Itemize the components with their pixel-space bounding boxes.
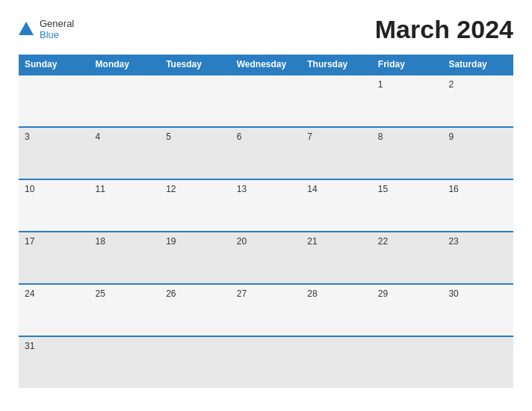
day-cell: 22 bbox=[372, 232, 443, 283]
day-number: 15 bbox=[378, 184, 437, 194]
day-number: 10 bbox=[25, 184, 84, 194]
day-cell bbox=[160, 337, 231, 388]
day-cell: 4 bbox=[90, 128, 161, 179]
day-cell: 7 bbox=[301, 128, 372, 179]
day-cell: 8 bbox=[372, 128, 443, 179]
week-row-1: 3456789 bbox=[19, 126, 513, 179]
day-cell: 5 bbox=[160, 128, 231, 179]
day-number: 22 bbox=[378, 236, 437, 247]
day-cell: 16 bbox=[442, 180, 513, 231]
day-header-saturday: Saturday bbox=[442, 55, 513, 74]
day-cell bbox=[231, 75, 302, 126]
day-number: 16 bbox=[448, 184, 507, 194]
day-number: 13 bbox=[237, 184, 296, 194]
day-cell: 6 bbox=[231, 128, 302, 179]
week-row-3: 17181920212223 bbox=[19, 231, 513, 283]
day-number: 24 bbox=[25, 288, 84, 299]
day-header-friday: Friday bbox=[372, 55, 443, 74]
day-cell: 27 bbox=[231, 285, 302, 336]
day-number: 19 bbox=[166, 236, 225, 247]
day-number: 2 bbox=[448, 79, 507, 90]
day-header-tuesday: Tuesday bbox=[160, 55, 231, 74]
day-cell: 24 bbox=[19, 285, 90, 336]
day-cell: 12 bbox=[160, 180, 231, 231]
calendar: SundayMondayTuesdayWednesdayThursdayFrid… bbox=[19, 55, 513, 400]
day-number: 4 bbox=[96, 132, 155, 142]
week-row-4: 24252627282930 bbox=[19, 283, 513, 336]
day-number: 25 bbox=[96, 288, 155, 299]
day-cell bbox=[301, 337, 372, 388]
day-number: 23 bbox=[448, 236, 507, 247]
day-cell bbox=[442, 337, 513, 388]
day-header-thursday: Thursday bbox=[301, 55, 372, 74]
week-row-2: 10111213141516 bbox=[19, 179, 513, 231]
day-cell: 26 bbox=[160, 285, 231, 336]
day-cell bbox=[372, 337, 443, 388]
day-header-monday: Monday bbox=[90, 55, 161, 74]
day-cell: 31 bbox=[19, 337, 90, 388]
day-cell: 15 bbox=[372, 180, 443, 231]
day-number: 29 bbox=[378, 288, 437, 299]
day-cell: 28 bbox=[301, 285, 372, 336]
day-cell bbox=[90, 337, 161, 388]
day-number: 3 bbox=[25, 132, 84, 142]
day-number: 14 bbox=[307, 184, 366, 194]
day-number: 28 bbox=[307, 288, 366, 299]
day-number: 27 bbox=[237, 288, 296, 299]
day-number: 21 bbox=[307, 236, 366, 247]
day-cell: 21 bbox=[301, 232, 372, 283]
day-cell: 20 bbox=[231, 232, 302, 283]
logo-text: General Blue bbox=[40, 19, 74, 40]
day-cell bbox=[19, 75, 90, 126]
day-cell: 1 bbox=[372, 75, 443, 126]
day-cell: 13 bbox=[231, 180, 302, 231]
day-cell: 23 bbox=[442, 232, 513, 283]
week-row-5: 31 bbox=[19, 336, 513, 388]
day-cell bbox=[160, 75, 231, 126]
day-number: 6 bbox=[237, 132, 296, 142]
day-number: 9 bbox=[448, 132, 507, 142]
logo-blue: Blue bbox=[40, 30, 74, 40]
day-cell: 9 bbox=[442, 128, 513, 179]
day-cell: 17 bbox=[19, 232, 90, 283]
logo-triangle-icon bbox=[19, 22, 34, 35]
day-cell: 18 bbox=[90, 232, 161, 283]
page-header: General Blue March 2024 bbox=[19, 15, 513, 44]
month-title: March 2024 bbox=[375, 15, 513, 44]
logo-general: General bbox=[40, 19, 74, 29]
day-cell: 3 bbox=[19, 128, 90, 179]
days-header: SundayMondayTuesdayWednesdayThursdayFrid… bbox=[19, 55, 513, 74]
day-cell bbox=[301, 75, 372, 126]
day-number: 20 bbox=[237, 236, 296, 247]
day-number: 8 bbox=[378, 132, 437, 142]
day-header-sunday: Sunday bbox=[19, 55, 90, 74]
day-cell: 19 bbox=[160, 232, 231, 283]
day-number: 18 bbox=[96, 236, 155, 247]
logo: General Blue bbox=[19, 19, 74, 40]
day-number: 1 bbox=[378, 79, 437, 90]
day-number: 30 bbox=[448, 288, 507, 299]
day-number: 17 bbox=[25, 236, 84, 247]
day-number: 12 bbox=[166, 184, 225, 194]
day-number: 5 bbox=[166, 132, 225, 142]
weeks-container: 1234567891011121314151617181920212223242… bbox=[19, 74, 513, 388]
day-cell: 10 bbox=[19, 180, 90, 231]
day-number: 31 bbox=[25, 341, 84, 351]
week-row-0: 12 bbox=[19, 74, 513, 126]
day-cell bbox=[231, 337, 302, 388]
day-header-wednesday: Wednesday bbox=[231, 55, 302, 74]
day-cell: 30 bbox=[442, 285, 513, 336]
day-cell: 14 bbox=[301, 180, 372, 231]
day-cell: 2 bbox=[442, 75, 513, 126]
day-number: 11 bbox=[96, 184, 155, 194]
day-number: 7 bbox=[307, 132, 366, 142]
day-cell: 11 bbox=[90, 180, 161, 231]
day-cell: 29 bbox=[372, 285, 443, 336]
day-number: 26 bbox=[166, 288, 225, 299]
day-cell: 25 bbox=[90, 285, 161, 336]
day-cell bbox=[90, 75, 161, 126]
